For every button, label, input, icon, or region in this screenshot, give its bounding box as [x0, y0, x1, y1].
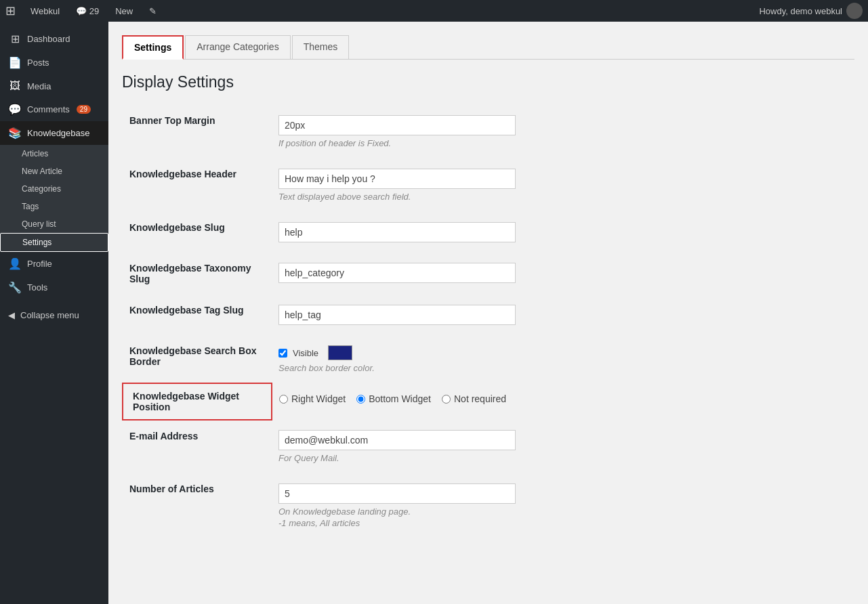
kb-slug-label: Knowledgebase Slug: [129, 222, 225, 233]
adminbar-comments[interactable]: 💬 29: [69, 6, 106, 16]
sidebar-item-settings[interactable]: Settings: [0, 233, 108, 252]
widget-bottom-radio[interactable]: [356, 395, 365, 404]
sidebar-label-profile: Profile: [27, 259, 52, 269]
sidebar-item-posts[interactable]: 📄 Posts: [0, 51, 108, 74]
widget-position-row: Knowledgebase Widget Position Right Widg…: [123, 383, 854, 420]
number-of-articles-hint2: -1 means, All articles: [278, 518, 847, 528]
tab-bar: Settings Arrange Categories Themes: [122, 35, 854, 60]
knowledgebase-submenu: Articles New Article Categories Tags Que…: [0, 145, 108, 252]
sidebar-label-query-list: Query list: [22, 219, 56, 229]
kb-taxonomy-slug-row: Knowledgebase Taxonomy Slug: [123, 253, 854, 295]
knowledgebase-icon: 📚: [8, 127, 22, 139]
media-icon: 🖼: [8, 80, 22, 92]
comments-icon: 💬: [8, 103, 22, 116]
adminbar-avatar: [846, 3, 863, 19]
adminbar-extra[interactable]: ✎: [142, 6, 163, 16]
kb-header-label: Knowledgebase Header: [129, 169, 236, 179]
email-address-input[interactable]: [278, 430, 516, 450]
collapse-menu-button[interactable]: ◀ Collapse menu: [0, 305, 108, 326]
adminbar-new[interactable]: New: [108, 6, 140, 16]
sidebar-label-new-article: New Article: [22, 167, 62, 176]
search-box-visible-label: Visible: [293, 348, 318, 358]
sidebar-label-comments: Comments: [27, 104, 70, 114]
banner-top-margin-row: Banner Top Margin If position of header …: [123, 105, 854, 158]
kb-search-box-border-row: Knowledgebase Search Box Border Visible …: [123, 335, 854, 383]
sidebar-label-tags: Tags: [22, 202, 39, 211]
kb-header-row: Knowledgebase Header Text displayed abov…: [123, 158, 854, 212]
sidebar-label-categories: Categories: [22, 184, 61, 194]
tab-arrange-categories[interactable]: Arrange Categories: [185, 35, 290, 59]
banner-top-margin-input[interactable]: [278, 115, 516, 135]
sidebar-item-articles[interactable]: Articles: [0, 145, 108, 163]
tools-icon: 🔧: [8, 281, 22, 294]
email-address-row: E-mail Address For Query Mail.: [123, 420, 854, 473]
dashboard-icon: ⊞: [8, 33, 22, 45]
kb-header-hint: Text displayed above search field.: [278, 192, 847, 202]
sidebar-item-new-article[interactable]: New Article: [0, 163, 108, 180]
sidebar-label-media: Media: [27, 81, 51, 91]
adminbar-howdy: Howdy, demo webkul: [759, 6, 842, 16]
number-of-articles-hint: On Knowledgebase landing page.: [278, 506, 847, 517]
widget-not-required-option[interactable]: Not required: [442, 393, 506, 404]
banner-top-margin-label: Banner Top Margin: [129, 115, 215, 126]
sidebar-item-query-list[interactable]: Query list: [0, 215, 108, 233]
comments-badge: 29: [77, 105, 91, 114]
sidebar-label-tools: Tools: [27, 282, 47, 293]
adminbar-site-name[interactable]: Webkul: [24, 6, 66, 16]
profile-icon: 👤: [8, 257, 22, 270]
email-address-hint: For Query Mail.: [278, 453, 847, 463]
kb-slug-row: Knowledgebase Slug: [123, 212, 854, 253]
settings-form: Banner Top Margin If position of header …: [122, 105, 854, 538]
number-of-articles-label: Number of Articles: [129, 483, 214, 494]
widget-position-label: Knowledgebase Widget Position: [133, 391, 239, 412]
sidebar-item-knowledgebase[interactable]: 📚 Knowledgebase: [0, 121, 108, 145]
collapse-menu-label: Collapse menu: [20, 310, 79, 320]
sidebar-label-settings: Settings: [22, 238, 51, 247]
email-address-label: E-mail Address: [129, 431, 198, 441]
sidebar-item-profile[interactable]: 👤 Profile: [0, 252, 108, 276]
sidebar-label-posts: Posts: [27, 58, 49, 68]
kb-tag-slug-input[interactable]: [278, 305, 516, 325]
search-box-color-swatch[interactable]: [328, 345, 352, 360]
adminbar-comments-count: 29: [89, 6, 99, 16]
number-of-articles-row: Number of Articles On Knowledgebase land…: [123, 473, 854, 538]
admin-bar: ⊞ Webkul 💬 29 New ✎ Howdy, demo webkul: [0, 0, 868, 22]
collapse-arrow-icon: ◀: [8, 310, 15, 320]
sidebar-label-knowledgebase: Knowledgebase: [27, 128, 90, 138]
widget-not-required-radio[interactable]: [442, 395, 451, 404]
widget-position-radio-group: Right Widget Bottom Widget Not required: [279, 393, 847, 404]
kb-tag-slug-row: Knowledgebase Tag Slug: [123, 295, 854, 335]
kb-taxonomy-slug-input[interactable]: [278, 263, 516, 283]
main-content: Settings Arrange Categories Themes Displ…: [108, 22, 868, 604]
kb-tag-slug-label: Knowledgebase Tag Slug: [129, 305, 244, 316]
page-title: Display Settings: [122, 73, 854, 91]
kb-header-input[interactable]: [278, 169, 516, 189]
number-of-articles-input[interactable]: [278, 483, 516, 504]
kb-taxonomy-slug-label: Knowledgebase Taxonomy Slug: [129, 263, 251, 284]
search-box-visible-checkbox[interactable]: [278, 349, 287, 358]
widget-right-label: Right Widget: [291, 393, 346, 404]
kb-slug-input[interactable]: [278, 222, 516, 242]
sidebar-item-categories[interactable]: Categories: [0, 180, 108, 198]
sidebar-item-tags[interactable]: Tags: [0, 198, 108, 215]
widget-right-option[interactable]: Right Widget: [279, 393, 346, 404]
sidebar-item-comments[interactable]: 💬 Comments 29: [0, 98, 108, 121]
sidebar-item-dashboard[interactable]: ⊞ Dashboard: [0, 27, 108, 51]
search-box-border-hint: Search box border color.: [278, 363, 846, 373]
sidebar: ⊞ Dashboard 📄 Posts 🖼 Media 💬 Comments 2…: [0, 22, 108, 604]
widget-not-required-label: Not required: [454, 393, 506, 404]
wp-logo-icon[interactable]: ⊞: [5, 3, 16, 18]
kb-search-box-border-label: Knowledgebase Search Box Border: [129, 345, 257, 367]
sidebar-label-articles: Articles: [22, 149, 48, 158]
widget-right-radio[interactable]: [279, 395, 288, 404]
widget-bottom-option[interactable]: Bottom Widget: [356, 393, 431, 404]
posts-icon: 📄: [8, 56, 22, 69]
tab-themes[interactable]: Themes: [292, 35, 350, 59]
banner-top-margin-hint: If position of header is Fixed.: [278, 138, 847, 148]
sidebar-item-media[interactable]: 🖼 Media: [0, 74, 108, 98]
tab-settings[interactable]: Settings: [122, 35, 184, 60]
sidebar-item-tools[interactable]: 🔧 Tools: [0, 276, 108, 299]
sidebar-label-dashboard: Dashboard: [27, 34, 70, 44]
widget-bottom-label: Bottom Widget: [369, 393, 431, 404]
